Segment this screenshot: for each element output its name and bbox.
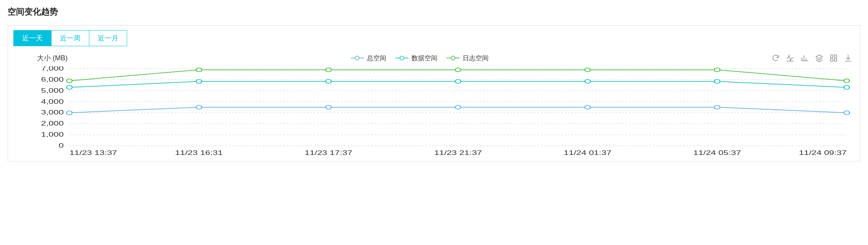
series-point	[66, 85, 72, 89]
time-range-tabs: 近一天近一周近一月	[8, 26, 860, 47]
refresh-icon[interactable]	[771, 54, 780, 62]
chart-panel: 近一天近一周近一月 大小 (MB) 总空间数据空间日志空间	[8, 25, 860, 161]
page-title: 空间变化趋势	[8, 6, 860, 18]
series-point	[714, 105, 720, 109]
chart-area: 大小 (MB) 总空间数据空间日志空间	[8, 47, 860, 161]
y-tick-label: 0	[59, 142, 64, 149]
series-point	[455, 68, 461, 72]
legend-item[interactable]: 数据空间	[395, 54, 437, 63]
y-tick-label: 3,000	[41, 109, 64, 116]
y-tick-label: 2,000	[41, 120, 64, 127]
legend-label: 总空间	[367, 54, 386, 63]
download-icon[interactable]	[844, 54, 852, 62]
x-tick-label: 11/24 05:37	[693, 150, 741, 156]
legend-marker	[447, 55, 460, 61]
y-tick-label: 5,000	[41, 87, 64, 93]
time-range-tab[interactable]: 近一周	[51, 30, 89, 46]
svg-rect-2	[831, 59, 833, 61]
series-point	[66, 79, 72, 83]
x-tick-label: 11/23 16:31	[175, 150, 223, 156]
y-tick-label: 6,000	[41, 76, 64, 83]
legend-label: 数据空间	[411, 54, 437, 63]
x-tick-label: 11/23 21:37	[434, 150, 482, 156]
legend-label: 日志空间	[463, 54, 489, 63]
series-point	[844, 79, 850, 83]
x-tick-label: 11/23 17:37	[305, 150, 352, 156]
series-point	[455, 79, 461, 83]
series-point	[714, 79, 720, 83]
time-range-tab[interactable]: 近一月	[89, 30, 127, 46]
x-tick-label: 11/23 13:37	[69, 150, 117, 156]
y-axis-label: 大小 (MB)	[37, 53, 68, 63]
series-point	[585, 105, 590, 109]
y-tick-label: 1,000	[41, 131, 64, 138]
layers-icon[interactable]	[815, 54, 823, 62]
legend-item[interactable]: 日志空间	[447, 54, 489, 63]
series-point	[844, 111, 850, 114]
x-tick-label: 11/24 01:37	[564, 150, 611, 156]
grid-icon[interactable]	[829, 54, 838, 62]
y-tick-label: 4,000	[41, 98, 64, 105]
svg-rect-1	[834, 55, 837, 57]
series-point	[844, 85, 850, 89]
chart-toolbar	[771, 54, 852, 62]
wave-icon[interactable]	[786, 54, 794, 62]
series-point	[66, 111, 72, 114]
svg-rect-3	[834, 59, 837, 61]
series-point	[326, 79, 331, 83]
series-point	[196, 105, 202, 109]
series-point	[585, 79, 590, 83]
line-chart: 01,0002,0003,0004,0005,0006,0007,00011/2…	[16, 66, 852, 158]
series-point	[196, 79, 202, 83]
legend-item[interactable]: 总空间	[351, 54, 386, 63]
legend-marker	[395, 55, 408, 61]
legend-marker	[351, 55, 364, 61]
time-range-tab[interactable]: 近一天	[13, 30, 52, 46]
legend: 总空间数据空间日志空间	[68, 54, 771, 63]
bar-chart-icon[interactable]	[800, 54, 809, 62]
series-point	[714, 68, 720, 72]
y-tick-label: 7,000	[41, 66, 64, 72]
svg-rect-0	[831, 55, 833, 57]
x-tick-label: 11/24 09:37	[799, 150, 847, 156]
series-point	[326, 105, 331, 109]
series-point	[585, 68, 590, 72]
series-point	[326, 68, 331, 72]
series-point	[455, 105, 461, 109]
series-point	[196, 68, 202, 72]
